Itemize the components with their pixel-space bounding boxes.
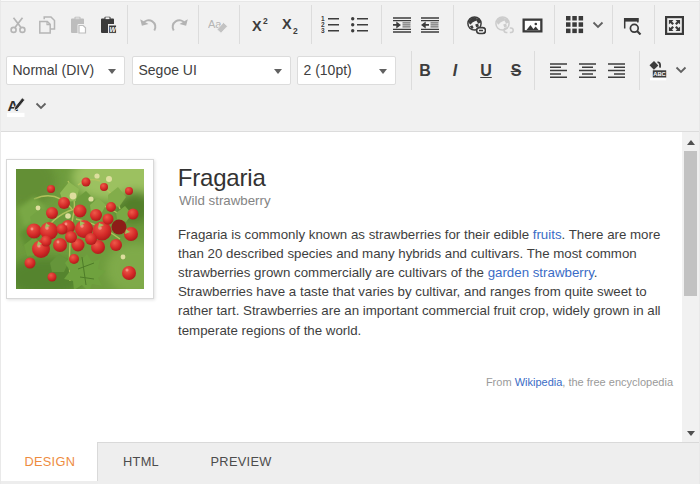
svg-text:3: 3 xyxy=(321,27,325,34)
svg-text:W: W xyxy=(109,26,116,33)
svg-text:X: X xyxy=(252,18,262,34)
svg-text:ABC: ABC xyxy=(653,71,666,77)
svg-text:X: X xyxy=(282,16,292,32)
svg-text:2: 2 xyxy=(293,26,298,35)
svg-text:2: 2 xyxy=(263,16,268,26)
